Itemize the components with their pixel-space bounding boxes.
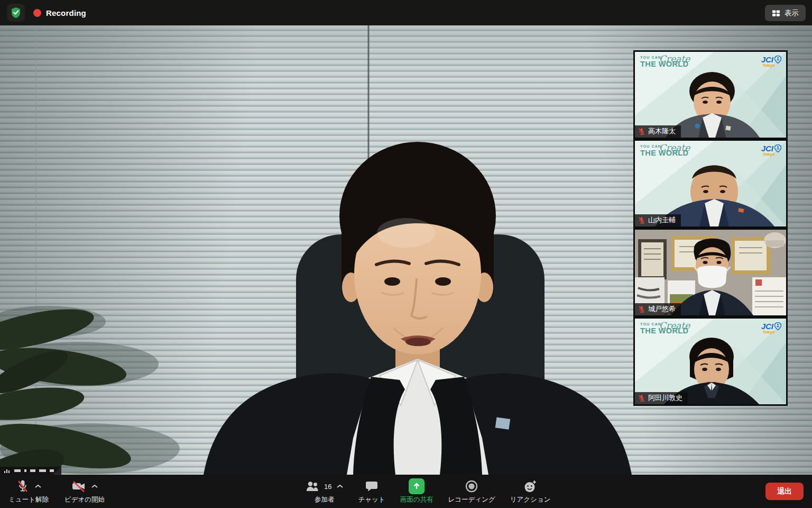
jci-tokyo-logo: JCI Tokyo bbox=[761, 55, 781, 68]
jci-pin-icon bbox=[774, 144, 781, 152]
record-button[interactable]: レコーディング bbox=[448, 478, 495, 504]
jci-tokyo-logo: JCI Tokyo bbox=[761, 144, 781, 157]
view-button-label: 表示 bbox=[785, 8, 799, 18]
video-thumbnail-takagi[interactable]: YOU CAN Create THE WORLD JCI Tokyo bbox=[633, 50, 788, 139]
participant-name-tag: 山内圭輔 bbox=[635, 214, 681, 226]
gallery-grid-icon bbox=[772, 9, 780, 17]
record-circle-icon bbox=[465, 479, 478, 493]
reactions-label: リアクション bbox=[510, 495, 551, 504]
participants-label: 参加者 bbox=[315, 495, 335, 504]
participant-name: 高木隆太 bbox=[648, 126, 676, 136]
participant-name: 山内圭輔 bbox=[648, 215, 676, 225]
participant-name-tag: 城戸悠希 bbox=[635, 303, 681, 315]
recording-label: Recording bbox=[46, 8, 86, 17]
chevron-up-icon[interactable] bbox=[91, 484, 98, 488]
meeting-toolbar: ミュート解除 ビデオの開始 bbox=[0, 475, 812, 508]
jci-background-tagline: YOU CAN Create THE WORLD bbox=[640, 144, 688, 157]
unmute-button[interactable]: ミュート解除 bbox=[8, 478, 49, 504]
chat-label: チャット bbox=[358, 495, 385, 504]
participants-thumbnail-strip: YOU CAN Create THE WORLD JCI Tokyo bbox=[633, 50, 788, 406]
chevron-up-icon[interactable] bbox=[337, 484, 343, 488]
participant-name-tag: 高木隆太 bbox=[635, 125, 681, 138]
unmute-label: ミュート解除 bbox=[8, 495, 49, 504]
jci-background-tagline: YOU CAN Create THE WORLD bbox=[640, 56, 688, 68]
muted-mic-icon bbox=[638, 394, 645, 402]
zoom-meeting-window: Recording 表示 bbox=[0, 0, 812, 508]
chat-button[interactable]: チャット bbox=[358, 478, 385, 504]
participant-name-tag: 阿田川敦史 bbox=[635, 392, 688, 404]
video-thumbnail-atagawa[interactable]: YOU CAN Create THE WORLD JCI Tokyo bbox=[633, 317, 788, 406]
start-video-label: ビデオの開始 bbox=[64, 495, 105, 504]
chevron-up-icon[interactable] bbox=[35, 484, 41, 488]
video-thumbnail-kido[interactable]: 城戸悠希 bbox=[633, 228, 788, 317]
chat-bubble-icon bbox=[365, 480, 378, 493]
jci-pin-icon bbox=[774, 56, 781, 64]
shield-check-icon bbox=[11, 7, 21, 19]
reactions-smiley-icon bbox=[523, 479, 537, 493]
main-speaker-person bbox=[204, 142, 632, 475]
participant-name: 阿田川敦史 bbox=[648, 393, 682, 403]
participants-icon bbox=[306, 480, 319, 492]
participants-count: 16 bbox=[324, 483, 331, 491]
camera-muted-icon bbox=[71, 479, 86, 493]
muted-mic-icon bbox=[638, 305, 645, 313]
main-participant-name-label-clipped bbox=[0, 467, 61, 475]
start-video-button[interactable]: ビデオの開始 bbox=[64, 478, 105, 504]
view-button[interactable]: 表示 bbox=[765, 5, 806, 21]
leave-button[interactable]: 退出 bbox=[765, 483, 804, 500]
muted-mic-icon bbox=[638, 216, 645, 224]
recording-indicator: Recording bbox=[33, 8, 86, 17]
participant-name: 城戸悠希 bbox=[648, 304, 676, 314]
top-bar: Recording 表示 bbox=[0, 0, 812, 25]
participants-button[interactable]: 16 参加者 bbox=[306, 478, 343, 504]
mic-muted-icon bbox=[16, 479, 30, 493]
security-shield-button[interactable] bbox=[7, 4, 25, 22]
muted-mic-icon bbox=[638, 128, 645, 135]
reactions-button[interactable]: リアクション bbox=[510, 478, 551, 504]
share-screen-button[interactable]: 画面の共有 bbox=[400, 478, 433, 504]
jci-background-tagline: YOU CAN Create THE WORLD bbox=[640, 322, 688, 335]
share-screen-label: 画面の共有 bbox=[400, 495, 433, 504]
volume-bars-icon bbox=[4, 468, 11, 473]
jci-pin-icon bbox=[774, 322, 781, 330]
plant bbox=[0, 301, 134, 475]
jci-tokyo-logo: JCI Tokyo bbox=[761, 322, 781, 334]
record-label: レコーディング bbox=[448, 495, 495, 504]
thumbnail-scene bbox=[635, 230, 786, 315]
recording-dot-icon bbox=[33, 9, 41, 17]
video-thumbnail-yamauchi[interactable]: YOU CAN Create THE WORLD JCI Tokyo bbox=[633, 139, 788, 228]
share-screen-icon bbox=[409, 478, 425, 494]
